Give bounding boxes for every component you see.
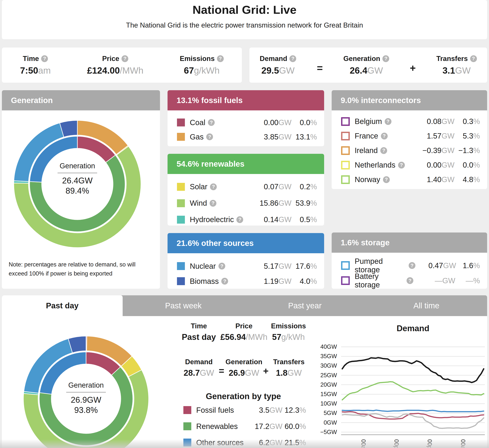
help-icon[interactable]: ? (398, 162, 405, 168)
renewables-swatch (183, 422, 191, 430)
generation-label: Generation (343, 55, 380, 63)
generation-panel-header: Generation (2, 90, 160, 110)
belgium-row: Belgium? 0.08GW 0.3% (341, 114, 480, 129)
netherlands-label: Netherlands (355, 161, 395, 169)
y-tick-label: 30GW (320, 362, 337, 369)
help-icon[interactable]: ? (289, 55, 296, 62)
renewables-panel: 54.6% renewables Solar? 0.07GW 0.2% Wind… (168, 154, 324, 225)
equals-sign: = (219, 365, 224, 376)
time-value: 7:50 (20, 66, 38, 75)
generation-donut-card: Generation Generation 26.4GW 89.4% Note:… (2, 90, 160, 289)
tab-all-time[interactable]: All time (366, 295, 487, 316)
stat-transfers: Transfers? 3.1GW (436, 55, 477, 76)
tab-past-year[interactable]: Past year (244, 295, 366, 316)
help-icon[interactable]: ? (210, 183, 217, 190)
norway-row: Norway? 1.40GW 4.8% (341, 172, 480, 187)
time-label: Time (23, 55, 39, 63)
gas-swatch (177, 133, 185, 141)
storage-title: 1.6% storage (341, 238, 390, 247)
past-day-demand: Demand 28.7GW (184, 358, 214, 378)
help-icon[interactable]: ? (380, 147, 387, 154)
generation-panel-title: Generation (11, 96, 53, 105)
help-icon[interactable]: ? (208, 119, 215, 126)
help-icon[interactable]: ? (221, 278, 228, 285)
coal-swatch (177, 118, 185, 126)
other-sources-panel: 21.6% other sources Nuclear? 5.17GW 17.6… (168, 233, 324, 289)
stat-emissions: Emissions? 67g/kWh (180, 55, 224, 76)
help-icon[interactable]: ? (383, 55, 389, 62)
solar-row: Solar? 0.07GW 0.2% (177, 179, 317, 195)
other-sources-title: 21.6% other sources (177, 239, 254, 248)
y-tick-label: 10GW (320, 400, 337, 407)
emissions-label: Emissions (180, 55, 215, 63)
help-icon[interactable]: ? (217, 55, 224, 62)
help-icon[interactable]: ? (122, 55, 128, 62)
y-tick-label: 25GW (320, 372, 337, 379)
tab-past-day[interactable]: Past day (2, 295, 123, 316)
france-row: France? 1.57GW 5.3% (341, 129, 480, 143)
battery-storage-label: Battery storage (355, 272, 404, 289)
past-day-time: Time Past day (182, 322, 216, 342)
help-icon[interactable]: ? (41, 55, 48, 62)
nuclear-row: Nuclear? 5.17GW 17.6% (177, 258, 317, 274)
help-icon[interactable]: ? (470, 55, 477, 62)
netherlands-row: Netherlands? 0.00GW 0.0% (341, 158, 480, 172)
belgium-swatch (341, 117, 350, 126)
solar-label: Solar (190, 183, 207, 191)
gas-row: Gas? 3.85GW 13.1% (177, 130, 317, 144)
help-icon[interactable]: ? (409, 262, 416, 269)
renewables-header: 54.6% renewables (168, 154, 324, 174)
interconnectors-title: 9.0% interconnectors (341, 96, 421, 105)
help-icon[interactable]: ? (407, 277, 413, 284)
coal-label: Coal (190, 118, 205, 127)
stat-generation: Generation? 26.4GW (343, 55, 389, 76)
help-icon[interactable]: ? (210, 200, 216, 207)
help-icon[interactable]: ? (385, 118, 391, 125)
france-swatch (341, 132, 350, 141)
wind-row: Wind? 15.86GW 53.9% (177, 195, 317, 211)
help-icon[interactable]: ? (381, 133, 388, 140)
solar-swatch (177, 183, 185, 191)
netherlands-swatch (341, 161, 350, 169)
y-tick-label: 0GW (324, 419, 337, 426)
series-demand (342, 358, 484, 382)
ireland-label: Ireland (355, 146, 378, 155)
y-tick-label: 35GW (320, 353, 337, 359)
generation-value: 26.4 (350, 66, 367, 75)
header-card: National Grid: Live The National Grid is… (2, 0, 487, 39)
help-icon[interactable]: ? (219, 263, 225, 269)
nuclear-swatch (177, 262, 185, 270)
donut-center-label: Generation 26.4GW 89.4% (45, 162, 109, 196)
coal-row: Coal? 0.00GW 0.0% (177, 115, 317, 130)
bottom-fade-overlay (0, 439, 489, 448)
tab-past-week[interactable]: Past week (123, 295, 244, 316)
renewables-title: 54.6% renewables (177, 159, 244, 168)
help-icon[interactable]: ? (206, 133, 213, 140)
biomass-label: Biomass (190, 277, 219, 285)
past-day-panel: Generation 26.9GW 93.8% Time Past day Pr… (2, 316, 487, 448)
help-icon[interactable]: ? (383, 176, 390, 183)
france-label: France (355, 132, 378, 140)
energy-balance-card: Demand? 29.5GW = Generation? 26.4GW + Tr… (249, 48, 487, 83)
wind-label: Wind (190, 199, 207, 207)
interconnectors-header: 9.0% interconnectors (332, 90, 487, 110)
fossil-fuels-panel: 13.1% fossil fuels Coal? 0.00GW 0.0% Gas… (168, 90, 324, 146)
pumped-storage-row: Pumped storage? 0.47GW 1.6% (341, 258, 480, 273)
live-stats-card: Time? 7:50am Price? £124.00/MWh Emission… (2, 48, 242, 83)
help-icon[interactable]: ? (236, 216, 243, 223)
battery-storage-row: Battery storage? —GW —% (341, 273, 480, 288)
demand-chart-title: Demand (341, 324, 485, 333)
y-tick-label: 40GW (320, 343, 337, 350)
fossil-fuels-swatch (183, 406, 191, 414)
time-range-tabbar: Past day Past week Past year All time (2, 295, 487, 316)
stat-demand: Demand? 29.5GW (260, 55, 296, 76)
past-day-generation: Generation 26.9GW (225, 358, 262, 378)
fossil-fuels-header: 13.1% fossil fuels (168, 90, 324, 110)
norway-swatch (341, 175, 350, 184)
gas-label: Gas (190, 133, 204, 141)
y-tick-label: 15GW (320, 391, 337, 398)
plus-sign: + (410, 62, 416, 74)
y-tick-label: −5GW (320, 429, 337, 435)
other-sources-header: 21.6% other sources (168, 233, 324, 253)
demand-line-chart: 40GW35GW30GW25GW20GW15GW10GW5GW0GW−5GW00… (304, 334, 487, 448)
